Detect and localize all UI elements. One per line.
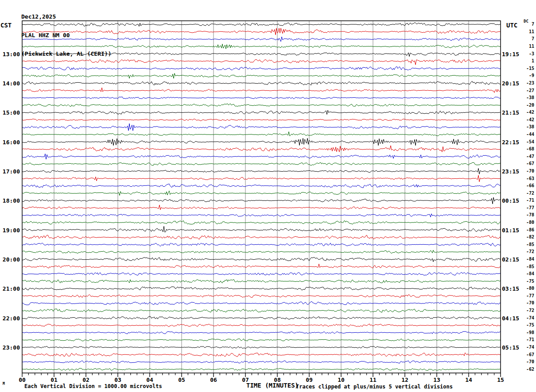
trace-row-12	[22, 110, 501, 114]
trace-row-22	[22, 184, 501, 188]
vertical-division-note: Each Vertical Division = 1000.00 microvo…	[24, 383, 162, 389]
helicorder-plot	[0, 0, 536, 392]
trace-row-10	[22, 97, 501, 99]
trace-row-34	[22, 272, 501, 275]
trace-row-24	[22, 197, 501, 204]
trace-row-43	[22, 339, 501, 342]
x-tick-label: 15	[494, 377, 507, 383]
trace-row-38	[22, 302, 501, 305]
trace-row-33	[22, 264, 501, 269]
trace-row-11	[22, 104, 501, 107]
trace-row-7	[22, 73, 501, 79]
trace-row-39	[22, 309, 501, 312]
trace-row-31	[22, 250, 501, 254]
trace-row-36	[22, 287, 501, 290]
trace-row-0	[22, 23, 501, 27]
trace-row-9	[22, 88, 501, 92]
trace-row-8	[22, 81, 501, 85]
x-tick-label: 10	[335, 377, 347, 383]
trace-row-1	[22, 28, 501, 35]
trace-row-26	[22, 214, 501, 217]
trace-row-17	[22, 146, 501, 152]
x-tick-label: 14	[462, 377, 475, 383]
x-tick-label: 12	[399, 377, 411, 383]
trace-row-19	[22, 162, 501, 165]
trace-row-21	[22, 175, 501, 182]
x-tick-label: 11	[367, 377, 379, 383]
x-tick-label: 02	[80, 377, 92, 383]
trace-row-5	[22, 59, 501, 65]
trace-row-2	[22, 37, 501, 42]
x-tick-label: 04	[144, 377, 156, 383]
x-tick-label: 06	[207, 377, 220, 383]
plot-border	[22, 21, 501, 373]
trace-row-28	[22, 226, 501, 232]
trace-row-41	[22, 324, 501, 327]
trace-row-3	[22, 44, 501, 49]
x-tick-label: 13	[431, 377, 443, 383]
trace-row-42	[22, 331, 501, 334]
trace-row-13	[22, 119, 501, 121]
helicorder-page: Dec12,2025 PLAL HHZ NM 00 (Pickwick Lake…	[0, 0, 536, 392]
trace-row-45	[22, 353, 501, 357]
trace-row-14	[22, 123, 501, 131]
trace-row-47	[22, 368, 501, 371]
trace-row-23	[22, 191, 501, 195]
trace-row-30	[22, 243, 501, 246]
trace-row-44	[22, 346, 501, 349]
trace-row-4	[22, 53, 501, 57]
watermark: M	[3, 382, 5, 386]
trace-row-15	[22, 132, 501, 136]
trace-row-20	[22, 169, 501, 174]
trace-row-37	[22, 295, 501, 298]
x-tick-label: 00	[16, 377, 28, 383]
trace-row-46	[22, 361, 501, 363]
x-tick-label: 05	[175, 377, 188, 383]
clip-note: Traces clipped at plus/minus 5 vertical …	[296, 384, 453, 390]
trace-row-18	[22, 154, 501, 159]
trace-row-6	[22, 67, 501, 70]
trace-row-16	[22, 138, 501, 145]
trace-row-35	[22, 280, 501, 283]
trace-row-25	[22, 205, 501, 210]
trace-row-29	[22, 235, 501, 239]
trace-row-40	[22, 316, 501, 319]
x-tick-label: 03	[112, 377, 124, 383]
trace-row-32	[22, 257, 501, 262]
trace-row-27	[22, 221, 501, 225]
x-tick-label: 01	[48, 377, 60, 383]
